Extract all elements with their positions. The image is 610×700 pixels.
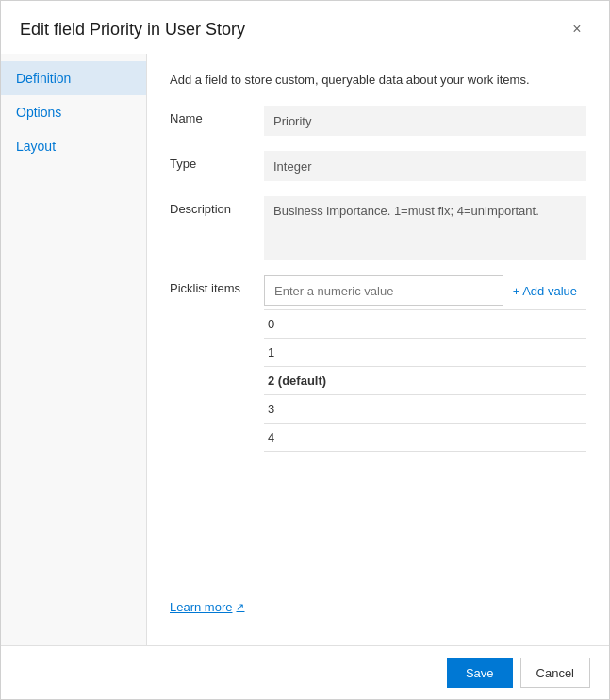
list-item[interactable]: 3	[264, 395, 586, 424]
close-button[interactable]: ×	[564, 16, 590, 42]
learn-more-link[interactable]: Learn more ↗	[170, 600, 244, 614]
picklist-label: Picklist items	[170, 275, 264, 295]
external-link-icon: ↗	[236, 601, 244, 613]
description-label: Description	[170, 196, 264, 216]
picklist-input-row: + Add value	[264, 275, 586, 306]
save-button[interactable]: Save	[447, 658, 513, 688]
sidebar-item-layout[interactable]: Layout	[1, 129, 146, 163]
list-item[interactable]: 1	[264, 339, 586, 367]
name-label: Name	[170, 106, 264, 125]
add-value-button[interactable]: + Add value	[503, 278, 586, 304]
dialog-header: Edit field Priority in User Story ×	[1, 1, 609, 54]
type-input[interactable]	[264, 151, 586, 181]
list-item[interactable]: 0	[264, 310, 586, 339]
edit-field-dialog: Edit field Priority in User Story × Defi…	[0, 0, 610, 700]
sidebar-item-definition[interactable]: Definition	[1, 61, 146, 95]
name-input[interactable]	[264, 106, 586, 136]
type-row: Type	[170, 151, 586, 181]
sidebar-item-options[interactable]: Options	[1, 95, 146, 129]
cancel-button[interactable]: Cancel	[520, 658, 590, 688]
picklist-input[interactable]	[264, 275, 503, 306]
picklist-items-list: 012 (default)34	[264, 309, 586, 452]
picklist-controls: + Add value 012 (default)34	[264, 275, 586, 452]
type-label: Type	[170, 151, 264, 171]
description-row: Description	[170, 196, 586, 260]
content-description: Add a field to store custom, queryable d…	[170, 69, 586, 87]
dialog-body: Definition Options Layout Add a field to…	[1, 54, 609, 645]
description-input[interactable]	[264, 196, 586, 260]
dialog-title: Edit field Priority in User Story	[20, 20, 245, 40]
name-row: Name	[170, 106, 586, 136]
main-content: Add a field to store custom, queryable d…	[147, 54, 609, 645]
list-item[interactable]: 2 (default)	[264, 367, 586, 395]
sidebar: Definition Options Layout	[1, 54, 147, 645]
dialog-footer: Save Cancel	[1, 645, 609, 699]
list-item[interactable]: 4	[264, 424, 586, 452]
picklist-row: Picklist items + Add value 012 (default)…	[170, 275, 586, 452]
learn-more-section: Learn more ↗	[170, 591, 586, 630]
